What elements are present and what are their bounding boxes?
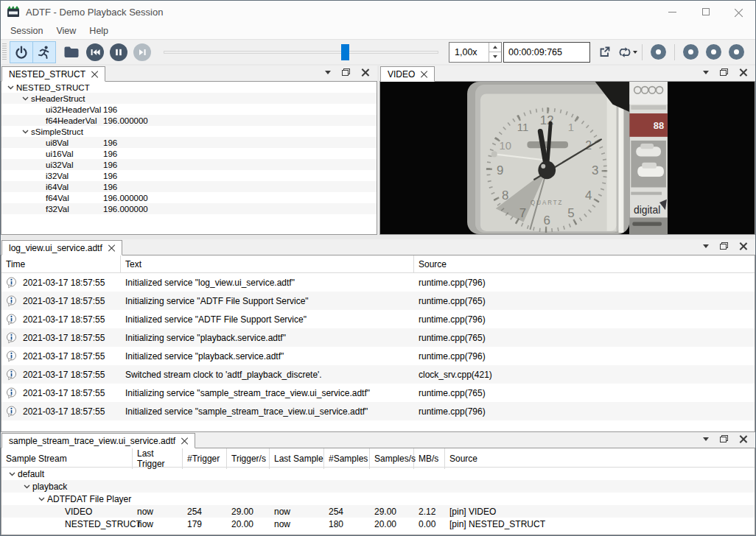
tree-row[interactable]: sSimpleStruct	[1, 126, 377, 137]
trace-panel: sample_stream_trace_view.ui_service.adtf…	[1, 432, 755, 535]
panel-close-icon[interactable]	[361, 68, 368, 76]
panel-menu-icon[interactable]	[703, 71, 709, 74]
trace-row[interactable]: default	[1, 468, 755, 480]
column-header-last-trigger[interactable]: Last Trigger	[133, 448, 183, 469]
chevron-down-icon[interactable]	[19, 96, 31, 101]
panel-menu-icon[interactable]	[703, 437, 709, 441]
marker-button-3[interactable]	[706, 44, 721, 60]
column-header-mb-s[interactable]: MB/s	[414, 448, 445, 469]
trace-row[interactable]: playback	[1, 480, 755, 493]
log-row[interactable]: 2021-03-17 18:57:55 Initialized service …	[1, 273, 755, 292]
trace-row[interactable]: NESTED_STRUCT now 179 20.00 now 180 20.0…	[1, 518, 755, 530]
tab-close-icon[interactable]	[108, 244, 115, 251]
marker-button-2[interactable]	[683, 44, 699, 60]
panel-close-icon[interactable]	[739, 435, 746, 442]
chevron-down-icon[interactable]	[21, 484, 32, 489]
tree-row[interactable]: f32Val196.000000	[1, 203, 377, 214]
chevron-down-icon[interactable]	[6, 472, 18, 476]
log-row[interactable]: 2021-03-17 18:57:55 Initialized service …	[1, 310, 755, 328]
session-run-button[interactable]	[32, 41, 56, 63]
menu-session[interactable]: Session	[4, 24, 49, 38]
maximize-button[interactable]	[689, 1, 722, 23]
log-row[interactable]: 2021-03-17 18:57:55 Switched stream cloc…	[1, 365, 755, 384]
playback-position-slider[interactable]	[164, 43, 438, 61]
tab-close-icon[interactable]	[91, 71, 98, 77]
log-row[interactable]: 2021-03-17 18:57:55 Initialized service …	[1, 347, 755, 365]
info-icon	[6, 369, 17, 381]
tab-trace-view[interactable]: sample_stream_trace_view.ui_service.adtf	[1, 433, 195, 448]
log-row[interactable]: 2021-03-17 18:57:55 Initializing service…	[1, 328, 755, 347]
menu-help[interactable]: Help	[83, 24, 115, 38]
session-power-button[interactable]	[10, 41, 33, 63]
toolbar-grip[interactable]	[2, 43, 7, 61]
panel-close-icon[interactable]	[739, 242, 746, 250]
open-file-button[interactable]	[60, 41, 83, 63]
tree-row[interactable]: i64Val196	[1, 181, 377, 192]
step-forward-button[interactable]	[131, 41, 153, 63]
tab-close-icon[interactable]	[181, 437, 188, 444]
power-icon	[14, 45, 29, 60]
log-row[interactable]: 2021-03-17 18:57:55 Initialized service …	[1, 402, 755, 420]
column-header-source[interactable]: Source	[414, 255, 755, 272]
slider-handle[interactable]	[341, 44, 349, 60]
trace-row[interactable]: ADTFDAT File Player	[1, 493, 755, 505]
export-button[interactable]	[595, 42, 614, 63]
column-header-text[interactable]: Text	[121, 255, 414, 272]
svg-text:QUARTZ: QUARTZ	[531, 200, 563, 206]
panel-float-icon[interactable]	[720, 435, 728, 442]
video-clock-image: 12 1 2 3 4 5 6 7 8 9 10 11 QUA	[380, 82, 755, 234]
minimize-button[interactable]	[656, 1, 689, 23]
column-header-trigger-rate[interactable]: Trigger/s	[227, 448, 270, 469]
panel-close-icon[interactable]	[739, 68, 746, 76]
tree-row[interactable]: sHeaderStruct	[1, 93, 377, 104]
speed-increase-button[interactable]	[489, 43, 501, 53]
panel-menu-icon[interactable]	[325, 71, 331, 74]
marker-button-1[interactable]	[651, 44, 666, 60]
log-panel: log_view.ui_service.adtf Time Text Sourc…	[1, 239, 755, 432]
trace-row[interactable]: VIDEO now 254 29.00 now 254 29.00 2.12 […	[1, 505, 755, 518]
tree-row[interactable]: f64Val196.000000	[1, 192, 377, 203]
column-header-num-samples[interactable]: #Samples	[324, 448, 370, 469]
playback-time-field[interactable]: 00:00:09:765	[503, 42, 590, 63]
column-header-sample-stream[interactable]: Sample Stream	[1, 448, 133, 469]
log-row[interactable]: 2021-03-17 18:57:55 Initializing service…	[1, 292, 755, 310]
svg-text:5: 5	[567, 205, 574, 220]
panel-float-icon[interactable]	[720, 68, 728, 76]
column-header-source[interactable]: Source	[445, 448, 755, 469]
panel-menu-icon[interactable]	[703, 244, 709, 248]
speed-value[interactable]: 1,00x	[449, 43, 489, 62]
tab-close-icon[interactable]	[421, 71, 427, 77]
tree-row[interactable]: NESTED_STRUCT	[1, 82, 377, 93]
tree-row[interactable]: ui8Val196	[1, 137, 377, 148]
pause-button[interactable]	[108, 41, 130, 63]
tree-row[interactable]: ui16Val196	[1, 148, 377, 159]
chevron-down-icon[interactable]	[19, 130, 31, 134]
speed-decrease-button[interactable]	[489, 52, 501, 62]
tree-row[interactable]: ui32HeaderVal196	[1, 104, 377, 115]
column-header-num-trigger[interactable]: #Trigger	[183, 448, 227, 469]
log-row[interactable]: 2021-03-17 18:57:55 Initializing service…	[1, 384, 755, 402]
tree-row[interactable]: i32Val196	[1, 170, 377, 181]
menu-view[interactable]: View	[49, 24, 83, 38]
tab-log-view[interactable]: log_view.ui_service.adtf	[1, 240, 122, 255]
marker-button-4[interactable]	[729, 44, 744, 60]
close-button[interactable]	[722, 1, 755, 23]
tree-row[interactable]: ui32Val196	[1, 159, 377, 170]
chevron-down-icon[interactable]	[4, 85, 16, 90]
toolbar-separator	[674, 44, 675, 60]
chevron-down-icon[interactable]	[35, 497, 47, 501]
column-header-time[interactable]: Time	[1, 255, 121, 272]
playback-speed-spinbox[interactable]: 1,00x	[449, 42, 502, 63]
loop-dropdown-icon[interactable]	[633, 51, 637, 54]
loop-mode-button[interactable]	[618, 42, 637, 63]
info-icon	[6, 387, 17, 399]
tab-nested-struct[interactable]: NESTED_STRUCT	[1, 66, 105, 82]
tree-row[interactable]: f64HeaderVal196.000000	[1, 115, 377, 126]
skip-to-start-button[interactable]	[84, 41, 106, 63]
slider-groove[interactable]	[164, 51, 438, 54]
panel-float-icon[interactable]	[342, 68, 350, 76]
column-header-sample-rate[interactable]: Samples/s	[370, 448, 414, 469]
panel-float-icon[interactable]	[720, 242, 728, 250]
tab-video[interactable]: VIDEO	[380, 66, 435, 82]
column-header-last-sample[interactable]: Last Sample	[270, 448, 324, 469]
